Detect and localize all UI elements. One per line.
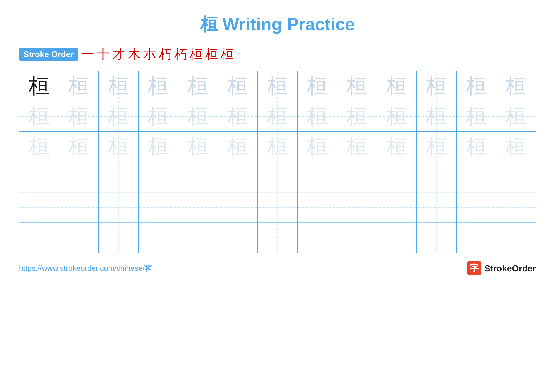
cell-r4-c4[interactable] xyxy=(139,162,178,192)
cell-r5-c3[interactable] xyxy=(99,192,139,222)
grid-row-2: 桓 桓 桓 桓 桓 桓 桓 桓 桓 xyxy=(19,101,536,132)
cell-r6-c7[interactable] xyxy=(258,223,297,253)
cell-r6-c5[interactable] xyxy=(178,223,218,253)
char-faint: 桓 xyxy=(426,133,447,161)
char-light: 桓 xyxy=(267,72,288,100)
stroke-order-badge: Stroke Order xyxy=(19,48,78,61)
char-lighter: 桓 xyxy=(108,102,129,130)
stroke-7: 朽 xyxy=(174,46,187,63)
grid-row-5 xyxy=(19,192,536,223)
stroke-1: 一 xyxy=(81,46,94,63)
grid-row-4 xyxy=(19,162,536,192)
cell-r4-c6[interactable] xyxy=(218,162,258,192)
grid-row-1: 桓 桓 桓 桓 桓 桓 桓 桓 桓 xyxy=(19,71,536,101)
cell-r6-c11[interactable] xyxy=(417,223,456,253)
cell-r1-c10: 桓 xyxy=(377,71,417,101)
char-light: 桓 xyxy=(307,72,328,100)
cell-r5-c6[interactable] xyxy=(218,192,258,222)
cell-r5-c12[interactable] xyxy=(457,192,496,222)
cell-r4-c13[interactable] xyxy=(496,162,536,192)
cell-r6-c6[interactable] xyxy=(218,223,258,253)
cell-r3-c8: 桓 xyxy=(298,132,337,162)
strokeorder-icon: 字 xyxy=(467,261,482,275)
cell-r2-c4: 桓 xyxy=(139,101,178,131)
cell-r5-c11[interactable] xyxy=(417,192,456,222)
cell-r4-c11[interactable] xyxy=(417,162,456,192)
cell-r6-c9[interactable] xyxy=(337,223,377,253)
stroke-2: 十 xyxy=(97,46,110,63)
cell-r5-c5[interactable] xyxy=(178,192,218,222)
cell-r6-c4[interactable] xyxy=(139,223,178,253)
cell-r1-c8: 桓 xyxy=(298,71,337,101)
char-light: 桓 xyxy=(108,72,129,100)
char-lighter: 桓 xyxy=(148,102,168,130)
cell-r2-c8: 桓 xyxy=(298,101,337,131)
cell-r4-c1[interactable] xyxy=(19,162,59,192)
cell-r3-c9: 桓 xyxy=(337,132,377,162)
char-lighter: 桓 xyxy=(347,102,367,130)
cell-r6-c12[interactable] xyxy=(457,223,496,253)
cell-r5-c7[interactable] xyxy=(258,192,297,222)
cell-r6-c13[interactable] xyxy=(496,223,536,253)
cell-r3-c11: 桓 xyxy=(417,132,456,162)
page-container: 桓 Writing Practice Stroke Order 一 十 才 木 … xyxy=(0,0,555,392)
footer-url: https://www.strokeorder.com/chinese/桓 xyxy=(19,263,152,273)
stroke-8: 桓 xyxy=(190,46,203,63)
char-light: 桓 xyxy=(466,72,487,100)
cell-r4-c9[interactable] xyxy=(337,162,377,192)
cell-r2-c12: 桓 xyxy=(457,101,496,131)
cell-r2-c10: 桓 xyxy=(377,101,417,131)
cell-r1-c6: 桓 xyxy=(218,71,258,101)
cell-r6-c2[interactable] xyxy=(59,223,99,253)
cell-r6-c8[interactable] xyxy=(298,223,337,253)
cell-r1-c13: 桓 xyxy=(496,71,536,101)
cell-r5-c4[interactable] xyxy=(139,192,178,222)
cell-r5-c9[interactable] xyxy=(337,192,377,222)
char-lighter: 桓 xyxy=(267,102,288,130)
cell-r3-c3: 桓 xyxy=(99,132,139,162)
cell-r5-c2[interactable] xyxy=(59,192,99,222)
cell-r3-c1: 桓 xyxy=(19,132,59,162)
cell-r2-c2: 桓 xyxy=(59,101,99,131)
char-light: 桓 xyxy=(426,72,447,100)
char-lighter: 桓 xyxy=(188,102,208,130)
cell-r4-c7[interactable] xyxy=(258,162,297,192)
grid-row-3: 桓 桓 桓 桓 桓 桓 桓 桓 桓 xyxy=(19,132,536,162)
cell-r5-c13[interactable] xyxy=(496,192,536,222)
char-faint: 桓 xyxy=(267,133,288,161)
char-faint: 桓 xyxy=(307,133,328,161)
cell-r5-c1[interactable] xyxy=(19,192,59,222)
cell-r1-c1: 桓 xyxy=(19,71,59,101)
cell-r4-c3[interactable] xyxy=(99,162,139,192)
cell-r4-c2[interactable] xyxy=(59,162,99,192)
footer: https://www.strokeorder.com/chinese/桓 字 … xyxy=(19,261,536,275)
stroke-10: 桓 xyxy=(221,46,234,63)
char-faint: 桓 xyxy=(506,133,526,161)
char-light: 桓 xyxy=(506,72,526,100)
stroke-4: 木 xyxy=(128,46,140,63)
cell-r2-c7: 桓 xyxy=(258,101,297,131)
cell-r2-c9: 桓 xyxy=(337,101,377,131)
cell-r4-c8[interactable] xyxy=(298,162,337,192)
cell-r6-c1[interactable] xyxy=(19,223,59,253)
char-faint: 桓 xyxy=(188,133,208,161)
cell-r1-c11: 桓 xyxy=(417,71,456,101)
cell-r4-c12[interactable] xyxy=(457,162,496,192)
char-faint: 桓 xyxy=(68,133,89,161)
cell-r3-c13: 桓 xyxy=(496,132,536,162)
cell-r5-c8[interactable] xyxy=(298,192,337,222)
stroke-order-row: Stroke Order 一 十 才 木 朩 朽 朽 桓 桓 桓 xyxy=(19,46,536,63)
cell-r1-c4: 桓 xyxy=(139,71,178,101)
cell-r6-c3[interactable] xyxy=(99,223,139,253)
char-lighter: 桓 xyxy=(68,102,89,130)
cell-r2-c6: 桓 xyxy=(218,101,258,131)
char-lighter: 桓 xyxy=(307,102,328,130)
page-title: 桓 Writing Practice xyxy=(200,13,355,36)
cell-r1-c9: 桓 xyxy=(337,71,377,101)
cell-r4-c5[interactable] xyxy=(178,162,218,192)
stroke-6: 朽 xyxy=(159,46,171,63)
cell-r5-c10[interactable] xyxy=(377,192,417,222)
cell-r1-c3: 桓 xyxy=(99,71,139,101)
cell-r6-c10[interactable] xyxy=(377,223,417,253)
cell-r4-c10[interactable] xyxy=(377,162,417,192)
